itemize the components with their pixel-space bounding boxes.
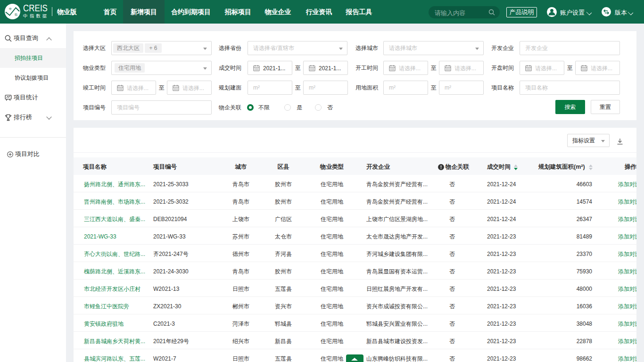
svg-text:指: 指 (14, 13, 17, 16)
svg-text:中: 中 (9, 8, 12, 10)
